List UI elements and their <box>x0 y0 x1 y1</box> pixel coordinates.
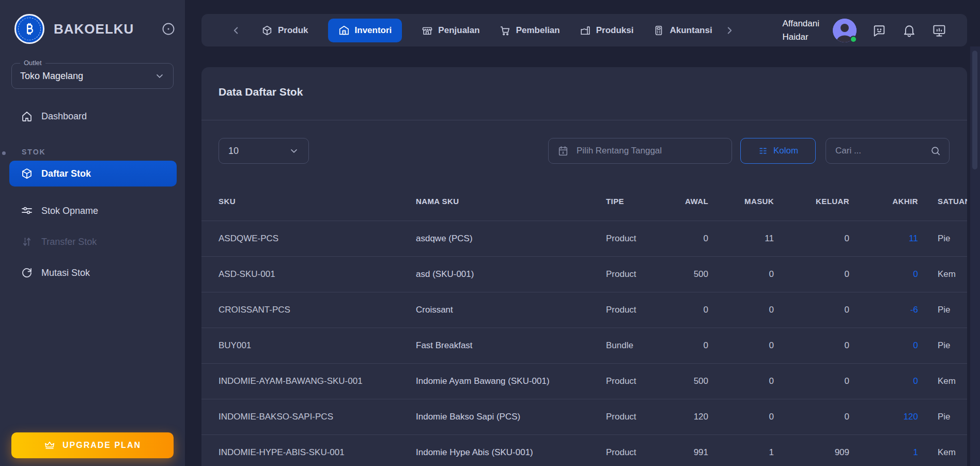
tab-penjualan[interactable]: Penjualan <box>422 25 479 36</box>
cell-masuk: 0 <box>708 269 774 279</box>
cell-masuk: 1 <box>708 447 774 458</box>
section-label: STOK <box>22 148 46 156</box>
daftar-stok-panel: Data Daftar Stok 10 Kolom <box>201 67 967 466</box>
table-row: ASDQWE-PCSasdqwe (PCS)Product011011Pie <box>201 221 967 256</box>
user-name-line1: Affandani <box>782 17 819 30</box>
cell-akhir[interactable]: -6 <box>849 305 918 315</box>
col-header-satuan: SATUAN <box>918 197 967 206</box>
search-field <box>826 138 950 164</box>
col-header-tipe: TIPE <box>606 197 668 206</box>
outlet-select[interactable]: Outlet Toko Magelang <box>11 63 174 89</box>
cell-satuan: Pie <box>918 305 967 315</box>
cell-akhir[interactable]: 120 <box>849 412 918 422</box>
cart-icon <box>500 25 511 36</box>
cell-awal: 500 <box>668 376 708 386</box>
user-name: Affandani Haidar <box>782 17 819 44</box>
cell-satuan: Pie <box>918 340 967 351</box>
cell-nama: Croissant <box>416 305 606 315</box>
search-icon[interactable] <box>930 145 941 157</box>
sidebar-item-dashboard[interactable]: Dashboard <box>9 103 177 129</box>
table-body: ASDQWE-PCSasdqwe (PCS)Product011011PieAS… <box>201 221 967 466</box>
app-screen: BAKOELKU Outlet Toko Magelang Dashboard <box>0 0 980 466</box>
table-row: INDOMIE-HYPE-ABIS-SKU-001Indomie Hype Ab… <box>201 434 967 466</box>
cell-akhir[interactable]: 0 <box>849 340 918 351</box>
cell-keluar: 0 <box>774 340 849 351</box>
cell-tipe: Bundle <box>606 340 668 351</box>
tab-inventori[interactable]: Inventori <box>328 19 402 42</box>
sidebar-item-label: Daftar Stok <box>41 168 91 179</box>
bitcoin-logo-icon <box>14 14 44 44</box>
col-header-akhir: AKHIR <box>849 197 918 206</box>
nav-back-icon[interactable] <box>230 25 242 36</box>
col-header-nama: NAMA SKU <box>416 197 606 206</box>
topbar: Produk Inventori Penjualan Pembelian Pro <box>201 14 967 46</box>
rotate-icon <box>21 267 33 279</box>
online-status-dot <box>850 36 857 43</box>
upgrade-plan-button[interactable]: UPGRADE PLAN <box>11 432 174 458</box>
scrollbar-thumb[interactable] <box>972 51 977 169</box>
transfer-arrows-icon <box>21 236 33 248</box>
cell-keluar: 0 <box>774 412 849 422</box>
sidebar-collapse-icon[interactable] <box>161 22 176 36</box>
sidebar-item-label: Mutasi Stok <box>41 268 90 278</box>
table-controls: 10 Kolom <box>201 138 967 164</box>
section-bullet-dot <box>2 151 6 155</box>
sidebar-item-stok-opname[interactable]: Stok Opname <box>9 198 177 224</box>
cell-masuk: 0 <box>708 340 774 351</box>
cell-akhir[interactable]: 0 <box>849 269 918 279</box>
table-row: INDOMIE-AYAM-BAWANG-SKU-001Indomie Ayam … <box>201 363 967 399</box>
tab-label: Produk <box>278 25 308 36</box>
tab-produksi[interactable]: Produksi <box>580 25 634 36</box>
page-size-select[interactable]: 10 <box>219 138 309 164</box>
date-range-input[interactable] <box>548 138 732 164</box>
sidebar-item-label: Stok Opname <box>41 206 98 216</box>
columns-button[interactable]: Kolom <box>740 138 816 164</box>
monitor-dashboard-icon[interactable] <box>932 23 946 38</box>
tab-label: Penjualan <box>438 25 479 36</box>
cell-sku: INDOMIE-AYAM-BAWANG-SKU-001 <box>219 376 416 386</box>
factory-icon <box>580 25 591 36</box>
cell-awal: 0 <box>668 234 708 244</box>
cell-keluar: 0 <box>774 305 849 315</box>
vertical-scrollbar[interactable] <box>970 46 980 466</box>
cell-satuan: Kem <box>918 269 967 279</box>
chat-feedback-icon[interactable] <box>872 23 886 38</box>
sidebar-section-stok: STOK <box>0 147 185 159</box>
cell-sku: CROISSANT-PCS <box>219 305 416 315</box>
cell-sku: INDOMIE-BAKSO-SAPI-PCS <box>219 412 416 422</box>
tab-label: Akuntansi <box>670 25 712 36</box>
sidebar-item-mutasi-stok[interactable]: Mutasi Stok <box>9 260 177 286</box>
table-row: BUY001Fast BreakfastBundle0000Pie <box>201 328 967 363</box>
sliders-icon <box>21 205 33 217</box>
cell-tipe: Product <box>606 234 668 244</box>
cell-masuk: 0 <box>708 412 774 422</box>
table-header-row: SKUNAMA SKUTIPEAWALMASUKKELUARAKHIRSATUA… <box>201 182 967 221</box>
cell-masuk: 0 <box>708 305 774 315</box>
cell-keluar: 0 <box>774 376 849 386</box>
cell-akhir[interactable]: 1 <box>849 447 918 458</box>
tab-pembelian[interactable]: Pembelian <box>500 25 560 36</box>
tab-label: Pembelian <box>516 25 560 36</box>
cell-masuk: 0 <box>708 376 774 386</box>
cell-tipe: Product <box>606 305 668 315</box>
outlet-value: Toko Magelang <box>20 71 83 82</box>
brand-name: BAKOELKU <box>54 21 134 37</box>
cell-nama: Indomie Bakso Sapi (PCS) <box>416 412 606 422</box>
user-avatar[interactable] <box>833 19 857 42</box>
outlet-label: Outlet <box>20 59 45 67</box>
tab-produk[interactable]: Produk <box>261 25 308 36</box>
title-divider <box>201 120 967 120</box>
cell-tipe: Product <box>606 447 668 458</box>
sidebar-item-daftar-stok[interactable]: Daftar Stok <box>9 161 177 187</box>
upgrade-plan-label: UPGRADE PLAN <box>63 441 141 450</box>
cell-keluar: 909 <box>774 447 849 458</box>
tab-akuntansi[interactable]: Akuntansi <box>653 25 712 36</box>
cell-akhir[interactable]: 11 <box>849 234 918 244</box>
cell-satuan: Kem <box>918 376 967 386</box>
notifications-bell-icon[interactable] <box>902 23 916 38</box>
cell-nama: Fast Breakfast <box>416 340 606 351</box>
cell-sku: INDOMIE-HYPE-ABIS-SKU-001 <box>219 447 416 458</box>
cell-akhir[interactable]: 0 <box>849 376 918 386</box>
nav-forward-icon[interactable] <box>724 25 735 36</box>
cell-satuan: Pie <box>918 412 967 422</box>
